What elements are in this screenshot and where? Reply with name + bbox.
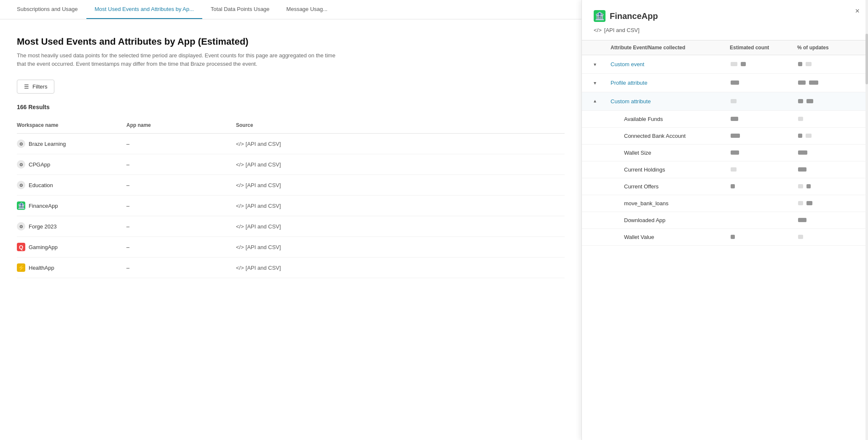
profile-attribute-count	[730, 80, 797, 86]
drawer-child-current-holdings: Current Holdings	[582, 161, 868, 178]
source-label: [API and CSV]	[246, 223, 281, 230]
count-bar	[731, 80, 739, 85]
pct-bar	[798, 80, 806, 85]
chevron-down-icon[interactable]: ▾	[594, 80, 596, 86]
filter-icon: ☰	[24, 83, 29, 90]
expand-icon-custom-event[interactable]: ▾	[594, 61, 611, 67]
workspace-name: FinanceApp	[29, 203, 58, 209]
drawer-section-profile-attribute: ▾ Profile attribute	[582, 74, 868, 92]
scrollbar-thumb[interactable]	[865, 34, 868, 84]
col-app: App name	[126, 121, 236, 130]
drawer-child-move-bank-loans: move_bank_loans	[582, 195, 868, 212]
main-content: Most Used Events and Attributes by App (…	[0, 19, 581, 287]
workspace-cell: ⊙ Forge 2023	[17, 222, 126, 231]
workspace-name: Forge 2023	[29, 223, 57, 230]
app-icon-cpg: ⊙	[17, 160, 25, 169]
custom-attribute-pct	[797, 98, 856, 105]
custom-attribute-count	[730, 98, 797, 105]
source-label: [API and CSV]	[246, 161, 281, 168]
tab-most-used[interactable]: Most Used Events and Attributes by Ap...	[86, 0, 203, 19]
drawer-child-wallet-size: Wallet Size	[582, 145, 868, 161]
child-pct-wallet-value	[797, 234, 856, 240]
child-name-current-holdings: Current Holdings	[624, 166, 730, 173]
chevron-down-icon[interactable]: ▾	[594, 62, 596, 67]
child-count-current-holdings	[730, 166, 797, 173]
tab-subscriptions[interactable]: Subscriptions and Usage	[8, 0, 86, 19]
custom-attribute-label[interactable]: Custom attribute	[611, 98, 730, 105]
chevron-up-icon[interactable]: ▾	[594, 99, 596, 105]
code-icon: </>	[236, 265, 244, 271]
drawer-section-custom-attribute: ▾ Custom attribute	[582, 92, 868, 111]
table-row: 🏦 FinanceApp – </> [API and CSV]	[17, 196, 565, 216]
child-name-move-bank-loans: move_bank_loans	[624, 200, 730, 207]
drawer-child-available-funds: Available Funds	[582, 111, 868, 128]
table-row: Q GamingApp – </> [API and CSV]	[17, 237, 565, 258]
app-cell: –	[126, 265, 236, 271]
code-icon: </>	[236, 141, 244, 147]
app-cell: –	[126, 161, 236, 168]
pct-bar	[798, 117, 803, 121]
pct-bar	[798, 150, 807, 155]
drawer-col-count: Estimated count	[730, 45, 797, 51]
expand-icon-profile-attribute[interactable]: ▾	[594, 80, 611, 86]
filters-button[interactable]: ☰ Filters	[17, 80, 54, 94]
pct-bar	[806, 201, 812, 205]
table-header: Workspace name App name Source	[17, 117, 565, 134]
child-name-downloaded-app: Downloaded App	[624, 217, 730, 223]
left-panel: Subscriptions and Usage Most Used Events…	[0, 0, 581, 440]
drawer-col-name: Attribute Event/Name collected	[611, 45, 730, 51]
source-cell: </> [API and CSV]	[236, 141, 337, 147]
detail-drawer: × 🏦 FinanceApp </> [API and CSV] Attribu…	[581, 0, 868, 440]
close-button[interactable]: ×	[855, 7, 860, 16]
count-bar	[741, 62, 746, 66]
child-count-wallet-value	[730, 234, 797, 240]
tab-message-usage[interactable]: Message Usag...	[278, 0, 336, 19]
expand-icon-custom-attribute[interactable]: ▾	[594, 98, 611, 105]
pct-bar	[798, 201, 803, 205]
count-bar	[731, 134, 740, 138]
count-bar	[731, 62, 737, 66]
count-bar	[731, 117, 738, 121]
child-pct-wallet-size	[797, 150, 856, 156]
app-icon-edu: ⊙	[17, 181, 25, 189]
custom-event-pct	[797, 61, 856, 67]
child-pct-current-offers	[797, 183, 856, 190]
source-cell: </> [API and CSV]	[236, 265, 337, 271]
drawer-section-custom-event: ▾ Custom event	[582, 55, 868, 74]
tab-total-data[interactable]: Total Data Points Usage	[202, 0, 278, 19]
workspace-name: Education	[29, 182, 53, 188]
app-cell: –	[126, 244, 236, 250]
workspace-name: HealthApp	[29, 265, 54, 271]
page-subtitle: The most heavily used data points for th…	[17, 51, 346, 68]
custom-event-count	[730, 61, 797, 67]
drawer-header: 🏦 FinanceApp </> [API and CSV]	[582, 0, 868, 40]
table-row: ⊙ Education – </> [API and CSV]	[17, 175, 565, 196]
col-workspace: Workspace name	[17, 121, 126, 130]
drawer-source-label: [API and CSV]	[604, 27, 640, 33]
child-pct-current-holdings	[797, 166, 856, 173]
source-cell: </> [API and CSV]	[236, 182, 337, 188]
code-icon: </>	[236, 182, 244, 188]
child-count-connected-bank	[730, 133, 797, 139]
app-cell: –	[126, 223, 236, 230]
pct-bar	[798, 62, 802, 66]
count-bar	[731, 167, 737, 172]
source-cell: </> [API and CSV]	[236, 223, 337, 230]
child-name-current-offers: Current Offers	[624, 183, 730, 190]
source-label: [API and CSV]	[246, 244, 281, 250]
filters-label: Filters	[32, 83, 47, 90]
drawer-app-title: 🏦 FinanceApp	[594, 10, 856, 22]
drawer-app-icon: 🏦	[594, 10, 605, 22]
workspace-cell: ⊙ CPGApp	[17, 160, 126, 169]
custom-event-label[interactable]: Custom event	[611, 61, 730, 67]
pct-bar	[798, 134, 802, 138]
child-name-available-funds: Available Funds	[624, 116, 730, 122]
profile-attribute-label[interactable]: Profile attribute	[611, 80, 730, 86]
table-body: ⊙ Braze Learning – </> [API and CSV] ⊙ C…	[17, 134, 565, 278]
drawer-col-pct: % of updates	[797, 45, 856, 51]
child-pct-move-bank-loans	[797, 200, 856, 207]
pct-bar	[806, 62, 812, 66]
child-name-wallet-size: Wallet Size	[624, 150, 730, 156]
app-icon-finance: 🏦	[17, 201, 25, 210]
page-wrapper: Subscriptions and Usage Most Used Events…	[0, 0, 868, 440]
